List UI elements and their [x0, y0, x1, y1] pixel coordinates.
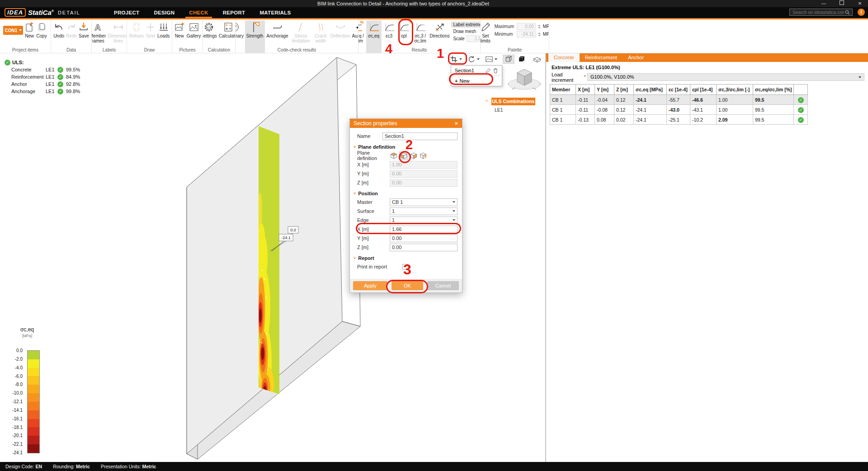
maximum-input[interactable]: 0.00	[517, 23, 536, 30]
uls-row-reinforcement[interactable]: ReinforcementLE1✓84.9%	[5, 73, 80, 80]
plane-y-cube-icon[interactable]	[399, 151, 408, 160]
combination-le1[interactable]: LE1	[495, 107, 503, 113]
position-section[interactable]: ˅Position	[354, 191, 459, 196]
uls-row-anchor[interactable]: AnchorLE1✓92.8%	[5, 80, 80, 88]
stress-curve-icon	[415, 21, 426, 33]
view-export-button[interactable]	[484, 55, 498, 64]
group-label-calculation: Calculation	[203, 47, 235, 52]
section-list-item[interactable]: Section1	[451, 66, 502, 75]
uls-row-anchorage[interactable]: AnchorageLE1✓99.8%	[5, 88, 80, 95]
menu-project[interactable]: PROJECT	[114, 10, 139, 15]
stress-limitation-icon	[297, 21, 306, 33]
edit-pencil-icon[interactable]	[485, 68, 491, 74]
pencil-icon	[481, 21, 491, 33]
uls-combinations-node[interactable]: ULS Combinations	[491, 98, 535, 105]
group-label-project-items: Project items	[0, 47, 51, 52]
extreme-max-flag: 0.0	[288, 226, 298, 233]
check-circle-icon: ✓	[798, 117, 804, 123]
chevron-down-icon[interactable]: ˅	[486, 99, 488, 103]
dialog-title: Section properties	[354, 120, 397, 127]
tab-anchor[interactable]: Anchor	[623, 53, 649, 62]
load-increment-dropdown[interactable]: G100.0%, V100.0%	[587, 73, 864, 81]
solid-view-button[interactable]	[516, 55, 527, 64]
plane-x-label: X [m]	[357, 162, 390, 167]
table-row[interactable]: CB 1-0.11 -0.080.12 -24.1-43.0 -43.11.00…	[550, 105, 808, 115]
stress-curve-icon	[368, 21, 379, 33]
legend-unit: [MPa]	[14, 334, 41, 338]
menu-report[interactable]: REPORT	[223, 10, 245, 15]
position-y-input[interactable]: 0.00	[390, 235, 458, 242]
minimum-spinner[interactable]	[538, 33, 541, 36]
load-increment-label: Load increment	[552, 72, 584, 83]
menu-check[interactable]: CHECK	[189, 10, 208, 15]
master-dropdown[interactable]: CB 1	[390, 198, 458, 206]
gear-icon: </>	[203, 21, 214, 33]
group-label-pictures: Pictures	[172, 47, 203, 52]
plane-x-cube-icon[interactable]	[390, 152, 398, 160]
plane-z-cube-icon[interactable]	[410, 152, 418, 160]
deflection-icon	[335, 21, 346, 33]
plane-definition-section[interactable]: ˅Plane definition	[354, 144, 459, 150]
menu-materials[interactable]: MATERIALS	[259, 10, 291, 15]
print-in-report-checkbox[interactable]	[402, 264, 408, 270]
clip-view-button[interactable]	[532, 55, 542, 64]
app-logo: IDEA StatiCa® DETAIL	[5, 8, 80, 17]
wireframe-view-button[interactable]	[503, 55, 514, 64]
con1-dropdown[interactable]: CON1	[3, 26, 23, 35]
scale-input[interactable]: 1.00	[467, 35, 481, 42]
undo-icon	[53, 21, 64, 33]
apply-button[interactable]: Apply	[353, 281, 387, 290]
results-panel: Concrete Reinforcement Anchor Extreme UL…	[545, 53, 868, 462]
table-row[interactable]: CB 1-0.13 0.080.02 -24.1-25.1 -10.22.09 …	[550, 115, 808, 125]
stress-curve-icon: %	[359, 21, 363, 33]
position-z-input[interactable]: 0.00	[390, 244, 458, 251]
delete-trash-icon[interactable]	[493, 68, 498, 74]
tab-concrete[interactable]: Concrete	[548, 53, 580, 62]
table-header-row: Member X [m] Y [m] Z [m] σc,eq [MPa] εc …	[550, 85, 808, 95]
chevron-down-icon	[859, 76, 861, 78]
tab-reinforcement[interactable]: Reinforcement	[580, 53, 623, 62]
plane-general-cube-icon[interactable]	[419, 152, 427, 160]
results-table: Member X [m] Y [m] Z [m] σc,eq [MPa] εc …	[550, 84, 808, 125]
name-input[interactable]: Section1	[382, 132, 458, 140]
model-viewport[interactable]: 0.0 -24.1 ✓ULS: ConcreteLE1✓99.5% Reinfo…	[0, 53, 545, 462]
plastic-strain-curve-icon: !	[399, 21, 410, 33]
plane-y-label: Y [m]	[357, 171, 390, 176]
section-tool-button[interactable]	[449, 55, 463, 64]
edge-dropdown[interactable]: 1	[390, 217, 458, 224]
draw-mesh-toggle[interactable]: Draw mesh	[451, 28, 481, 34]
minimize-button[interactable]: —	[821, 1, 826, 6]
rotate-view-button[interactable]	[467, 55, 481, 64]
position-x-input[interactable]: 1.66	[390, 226, 458, 233]
navigation-cube[interactable]	[506, 64, 542, 91]
group-label-data: Data	[51, 47, 91, 52]
cancel-button[interactable]: Cancel	[427, 281, 459, 290]
clip-cube-icon	[533, 55, 542, 63]
restore-button[interactable]	[839, 0, 844, 6]
search-input[interactable]	[792, 9, 845, 15]
surface-dropdown[interactable]: 1	[390, 207, 458, 215]
rotate-icon	[467, 55, 476, 63]
ok-button[interactable]: OK	[392, 281, 423, 290]
menu-design[interactable]: DESIGN	[154, 10, 175, 15]
account-icon[interactable]: i	[858, 9, 865, 16]
check-circle-icon: ✓	[798, 97, 804, 103]
chevron-down-icon: ˅	[354, 191, 356, 196]
dialog-close-icon[interactable]: ✕	[454, 121, 458, 127]
dialog-header[interactable]: Section properties ✕	[350, 119, 462, 128]
minimum-label: Minimum	[495, 32, 515, 37]
results-tab-bar: Concrete Reinforcement Anchor	[546, 53, 868, 62]
section-item-label: Section1	[455, 68, 474, 73]
minimum-input[interactable]: -24.11	[517, 31, 536, 38]
maximum-spinner[interactable]	[538, 25, 541, 28]
new-section-button[interactable]: + New	[451, 76, 502, 86]
close-button[interactable]: ✕	[857, 1, 863, 6]
rounding-status: Rounding: Metric	[53, 464, 90, 469]
uls-summary: ✓ULS: ConcreteLE1✓99.5% ReinforcementLE1…	[5, 59, 80, 95]
report-section[interactable]: ˅Report	[354, 255, 459, 261]
uls-row-concrete[interactable]: ConcreteLE1✓99.5%	[5, 66, 80, 73]
table-row[interactable]: CB 1-0.11 -0.040.12 -24.1-55.7 -46.61.00…	[550, 95, 808, 105]
search-box[interactable]	[789, 9, 853, 16]
label-extreme-toggle[interactable]: Label extreme	[451, 22, 481, 28]
letter-a-icon: A	[92, 21, 103, 33]
